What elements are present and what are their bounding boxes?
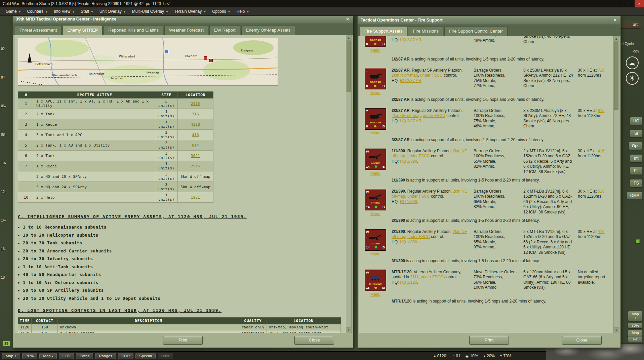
menu-link[interactable]: Menu	[370, 292, 380, 297]
menu-options[interactable]: Options▼	[209, 8, 233, 15]
location-link[interactable]: HQ 1/390	[400, 199, 417, 204]
location-link[interactable]: 716	[192, 112, 199, 116]
menu-link[interactable]: Menu	[370, 131, 380, 136]
fit-button[interactable]: Fit	[628, 336, 643, 342]
menu-game[interactable]: Game▼	[3, 8, 24, 15]
toolbar-los-button[interactable]: LOS	[59, 353, 74, 359]
maximize-icon[interactable]: □	[625, 0, 635, 7]
unit-badge-39[interactable]: 39	[3, 341, 10, 346]
menu-help[interactable]: Help▼	[234, 8, 252, 15]
unit-counter[interactable]: W2/1/39014B	[365, 189, 386, 210]
scroll-down-icon[interactable]: ▼	[614, 327, 619, 333]
menu-link[interactable]: Menu	[370, 211, 380, 217]
location-link[interactable]: HQ 2/87 AR	[400, 119, 421, 123]
sidebar-button-ops[interactable]: Ops	[629, 142, 643, 150]
location-link[interactable]: 2922	[269, 331, 278, 333]
sidebar-70-button[interactable]: 70%	[628, 322, 643, 328]
print-button[interactable]: Print	[163, 336, 203, 345]
tab-reported-kills-and-claims[interactable]: Reported Kills and Claims	[104, 25, 163, 35]
tab-fire-missions[interactable]: Fire Missions	[408, 26, 443, 36]
location-link[interactable]: under FSCC	[423, 113, 445, 118]
sidebar-button-oma[interactable]: OMA	[627, 192, 643, 200]
location-link[interactable]: 416	[598, 229, 604, 234]
scroll-up-icon[interactable]: ▲	[614, 36, 619, 42]
toolbar-ranges-button[interactable]: Ranges	[95, 353, 116, 359]
sidebar-button-fs[interactable]: FS	[630, 179, 643, 187]
toolbar-map-button[interactable]: Map -	[39, 353, 56, 359]
enemy-unit-marker[interactable]	[210, 59, 213, 62]
location-link[interactable]: 2km N off-map	[392, 73, 418, 78]
location-link[interactable]: under FSCC	[421, 275, 443, 279]
menu-terrain-overlay[interactable]: Terrain Overlay▼	[171, 8, 209, 15]
location-link[interactable]: under FSCC	[407, 194, 430, 199]
location-link[interactable]: 3021	[191, 154, 200, 158]
menu-staff[interactable]: Staff▼	[78, 8, 96, 15]
intel-close-icon[interactable]: ×	[344, 15, 351, 24]
close-icon[interactable]: ×	[635, 0, 644, 7]
menu-unit-overlay[interactable]: Unit Overlay▼	[96, 8, 129, 15]
location-link[interactable]: HQ 1/120	[400, 280, 417, 285]
location-link[interactable]: HQ 2/87 AR	[400, 38, 421, 42]
sidebar-button-int[interactable]: Int	[630, 154, 643, 162]
location-link[interactable]: HQ 2/87 AR	[400, 78, 421, 83]
minimize-icon[interactable]: ─	[616, 0, 625, 7]
toolbar-70-button[interactable]: 70%	[22, 353, 37, 359]
tab-threat-assessment[interactable]: Threat Assessment	[15, 25, 62, 35]
unit-counter[interactable]: W1/1/39014B	[365, 149, 386, 170]
unit-counter[interactable]: T3/2/87 AR8B	[365, 108, 386, 130]
fire-scrollbar[interactable]: ▲ ▼	[613, 36, 619, 333]
map-marker-icon[interactable]	[635, 239, 640, 244]
intel-scrollbar[interactable]: ▲ ▼	[346, 35, 351, 333]
location-link[interactable]: under FSCC	[420, 73, 443, 78]
unit-counter[interactable]: T2/2/87 AR8B	[365, 68, 386, 89]
toolbar-paths-button[interactable]: Paths	[76, 353, 93, 359]
toolbar-map-button[interactable]: Map +	[2, 353, 20, 359]
location-link[interactable]: 2915	[191, 102, 200, 106]
close-button[interactable]: Close	[562, 336, 602, 345]
sidebar-button-pl[interactable]: PL	[630, 167, 643, 175]
tab-enemy-sitrep[interactable]: Enemy SITREP	[63, 25, 103, 35]
location-link[interactable]: 814	[192, 143, 199, 148]
scroll-up-icon[interactable]: ▲	[346, 35, 351, 41]
menu-link[interactable]: Menu	[370, 90, 380, 96]
menu-link[interactable]: Menu	[370, 252, 380, 257]
toolbar-sop-button[interactable]: SOP	[118, 353, 133, 359]
print-button[interactable]: Print	[469, 336, 509, 345]
unit-counter[interactable]: W3/1/39014B	[365, 229, 386, 251]
sidebar-map-button[interactable]: Map +	[628, 311, 643, 321]
location-link[interactable]: 2915	[191, 164, 200, 168]
tab-ew-report[interactable]: EW Report	[209, 25, 240, 35]
intel-dialog-titlebar[interactable]: 39th MRD Tactical Operations Center - In…	[13, 15, 353, 24]
fire-dialog-titlebar[interactable]: Tactical Operations Center - Fire Suppor…	[358, 16, 620, 25]
location-link[interactable]: HQ 1/390	[400, 159, 417, 164]
menu-info-view[interactable]: Info View▼	[51, 8, 78, 15]
location-link[interactable]: 2km NE off-map	[392, 113, 420, 118]
tab-weather-forecast[interactable]: Weather Forecast	[164, 25, 208, 35]
fire-close-icon[interactable]: ×	[612, 16, 618, 25]
location-link[interactable]: under FSCC	[407, 234, 430, 239]
weather-download-icon[interactable]: ☁↓	[626, 56, 639, 69]
intel-map-strip[interactable]: RottenbachWillersdorfPaxdorfGaiganzKlein…	[18, 38, 278, 86]
sidebar-button-si[interactable]: SI	[630, 129, 643, 137]
unit-counter[interactable]: T1/2/87 AR8B	[365, 36, 386, 47]
enemy-unit-marker[interactable]	[204, 56, 207, 59]
location-link[interactable]: 3111	[410, 275, 418, 279]
sidebar-button-hq[interactable]: HQ	[630, 117, 643, 125]
location-link[interactable]: 4218	[191, 122, 200, 127]
tab-fire-support-control-center[interactable]: Fire Support Control Center	[444, 26, 508, 36]
location-link[interactable]: 416	[192, 133, 199, 137]
location-link[interactable]: 516	[598, 189, 604, 194]
scroll-thumb[interactable]	[614, 42, 618, 110]
tab-enemy-off-map-assets[interactable]: Enemy Off-Map Assets	[241, 25, 295, 35]
unit-counter[interactable]: WMTR/1/12011M	[365, 270, 386, 291]
toolbar-special-button[interactable]: Special	[135, 353, 156, 359]
selected-unit-marker[interactable]	[165, 50, 169, 54]
location-link[interactable]: 1921	[191, 195, 200, 200]
location-link[interactable]: 416	[598, 149, 604, 153]
location-link[interactable]: 815	[598, 108, 604, 113]
menu-counters[interactable]: Counters▼	[24, 8, 51, 15]
toolbar-user-button[interactable]: User	[158, 353, 173, 359]
sun-icon[interactable]: ☀	[626, 72, 639, 85]
scroll-thumb[interactable]	[347, 41, 351, 92]
tab-fire-support-assets[interactable]: Fire Support Assets	[360, 26, 407, 36]
